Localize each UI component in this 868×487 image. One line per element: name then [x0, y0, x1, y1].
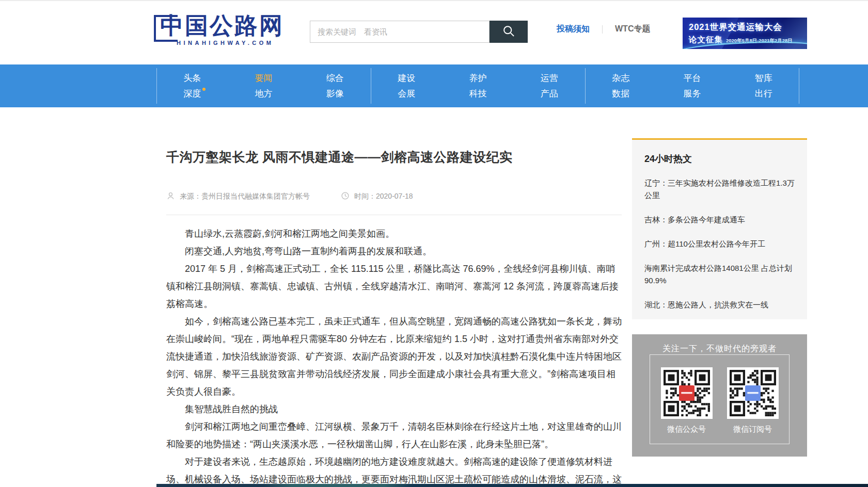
nav-menu: 头条深度要闻地方综合影像建设会展养护科技运营产品杂志数据平台服务智库出行: [156, 64, 799, 107]
article-source: 来源：贵州日报当代融媒体集团官方帐号: [166, 191, 310, 202]
hot-article-link[interactable]: 湖北：恩施公路人，抗洪救灾在一线: [644, 299, 795, 311]
nav-group-5: 养护科技: [442, 64, 513, 107]
author-icon: [166, 191, 175, 202]
follow-title: 关注一下，不做时代的旁观者: [632, 344, 807, 354]
qr-column-2: 微信订阅号: [727, 367, 779, 434]
nav-item-科技[interactable]: 科技: [469, 89, 486, 98]
logo-bracket-icon: [154, 15, 178, 42]
article-paragraph: 对于建设者来说，生态越原始，环境越幽闭的地方建设难度就越大。剑榕高速的建设除了便…: [166, 453, 622, 487]
nav-group-3: 综合影像: [299, 64, 371, 107]
banner-title: 2021世界交通运输大会: [689, 22, 807, 33]
nav-group-1: 头条深度: [156, 64, 228, 107]
nav-item-会展[interactable]: 会展: [398, 89, 415, 98]
article-paragraph: 青山绿水,云蒸霞蔚,剑河和榕江两地之间美景如画。: [166, 225, 622, 242]
nav-item-地方[interactable]: 地方: [255, 89, 272, 98]
nav-item-出行[interactable]: 出行: [755, 89, 772, 98]
wtc-ad-banner[interactable]: 2021世界交通运输大会 论文征集 2020年5月8日-2021年2月28日: [683, 18, 807, 49]
main-nav: 头条深度要闻地方综合影像建设会展养护科技运营产品杂志数据平台服务智库出行: [0, 64, 868, 107]
nav-item-杂志[interactable]: 杂志: [612, 74, 629, 83]
nav-item-运营[interactable]: 运营: [541, 74, 558, 83]
follow-panel: 关注一下，不做时代的旁观者 微信公众号微信订阅号: [632, 334, 807, 457]
qr-code-image: [661, 367, 713, 419]
search-button[interactable]: [490, 21, 528, 43]
nav-group-9: 智库出行: [728, 64, 799, 107]
nav-group-7: 杂志数据: [585, 64, 656, 107]
qr-label: 微信订阅号: [733, 425, 772, 434]
logo-title: 中国公路网: [160, 12, 284, 39]
hot-article-link[interactable]: 吉林：多条公路今年建成通车: [644, 214, 795, 226]
qr-column-1: 微信公众号: [661, 367, 713, 434]
page: 中国公路网 HINAHIGHWAY.COM 投稿须知 WTC专题 2021世界交…: [0, 0, 868, 487]
nav-item-头条[interactable]: 头条: [183, 74, 201, 83]
article-body: 青山绿水,云蒸霞蔚,剑河和榕江两地之间美景如画。闭塞交通,人穷地贫,弯弯山路一直…: [166, 225, 622, 487]
footer-edge-bar: [156, 484, 868, 487]
nav-item-智库[interactable]: 智库: [755, 74, 772, 83]
nav-item-综合[interactable]: 综合: [326, 74, 344, 83]
article-paragraph: 剑河和榕江两地之间重峦叠嶂、江河纵横、景象万千，清朝名臣林则徐在行经这片土地，对…: [166, 418, 622, 453]
article-time-text: 时间：2020-07-18: [354, 192, 413, 201]
nav-item-养护[interactable]: 养护: [469, 74, 486, 83]
site-header: 中国公路网 HINAHIGHWAY.COM 投稿须知 WTC专题 2021世界交…: [0, 0, 868, 64]
nav-item-服务[interactable]: 服务: [683, 89, 701, 98]
logo-main: 中国公路网: [155, 10, 284, 42]
nav-group-4: 建设会展: [371, 64, 442, 107]
clock-icon: [341, 191, 350, 202]
article-meta: 来源：贵州日报当代融媒体集团官方帐号 时间：2020-07-18: [166, 191, 622, 215]
hot-list: 辽宁：三年实施农村公路维修改造工程1.3万公里吉林：多条公路今年建成通车广州：超…: [644, 177, 795, 311]
nav-group-8: 平台服务: [656, 64, 728, 107]
article-paragraph: 集智慧战胜自然的挑战: [166, 400, 622, 418]
qr-label: 微信公众号: [667, 425, 706, 434]
article-paragraph: 如今，剑榕高速公路已基本完工，虽未正式通车，但从高空眺望，宽阔通畅的高速公路犹如…: [166, 313, 622, 400]
link-submission-notice[interactable]: 投稿须知: [557, 24, 590, 35]
nav-group-6: 运营产品: [514, 64, 585, 107]
hot-article-link[interactable]: 广州：超110公里农村公路今年开工: [644, 238, 795, 250]
nav-item-要闻[interactable]: 要闻: [255, 74, 272, 83]
search-input[interactable]: [310, 21, 490, 43]
article-paragraph: 闭塞交通,人穷地贫,弯弯山路一直制约着两县的发展和联通。: [166, 242, 622, 260]
new-badge-dot-icon: [202, 88, 206, 91]
nav-group-2: 要闻地方: [228, 64, 299, 107]
article-paragraph: 2017 年 5 月，剑榕高速正式动工，全长 115.115 公里，桥隧比高达 …: [166, 260, 622, 313]
search-bar: [310, 21, 528, 43]
site-logo[interactable]: 中国公路网 HINAHIGHWAY.COM: [155, 10, 284, 46]
nav-item-平台[interactable]: 平台: [683, 74, 701, 83]
article-source-text: 来源：贵州日报当代融媒体集团官方帐号: [180, 192, 310, 201]
hot-article-link[interactable]: 辽宁：三年实施农村公路维修改造工程1.3万公里: [644, 177, 795, 202]
article-time: 时间：2020-07-18: [341, 191, 413, 202]
article: 千沟万壑架长龙 风雨不惧建通途——剑榕高速公路建设纪实 来源：贵州日报当代融媒体…: [166, 138, 622, 487]
link-divider: [602, 25, 603, 34]
nav-item-深度[interactable]: 深度: [183, 89, 201, 98]
nav-item-产品[interactable]: 产品: [541, 89, 558, 98]
qr-row: 微信公众号微信订阅号: [632, 367, 807, 434]
nav-item-数据[interactable]: 数据: [612, 89, 629, 98]
hot-articles-title: 24小时热文: [644, 153, 795, 165]
header-links: 投稿须知 WTC专题: [557, 24, 650, 35]
hot-articles-panel: 24小时热文 辽宁：三年实施农村公路维修改造工程1.3万公里吉林：多条公路今年建…: [632, 138, 807, 319]
article-title: 千沟万壑架长龙 风雨不惧建通途——剑榕高速公路建设纪实: [166, 149, 622, 166]
hot-article-link[interactable]: 海南累计完成农村公路14081公里 占总计划90.9%: [644, 262, 795, 287]
nav-item-建设[interactable]: 建设: [398, 74, 415, 83]
search-icon: [502, 24, 516, 40]
nav-item-影像[interactable]: 影像: [326, 89, 344, 98]
qr-code-image: [727, 367, 779, 419]
link-wtc-special[interactable]: WTC专题: [615, 24, 650, 35]
